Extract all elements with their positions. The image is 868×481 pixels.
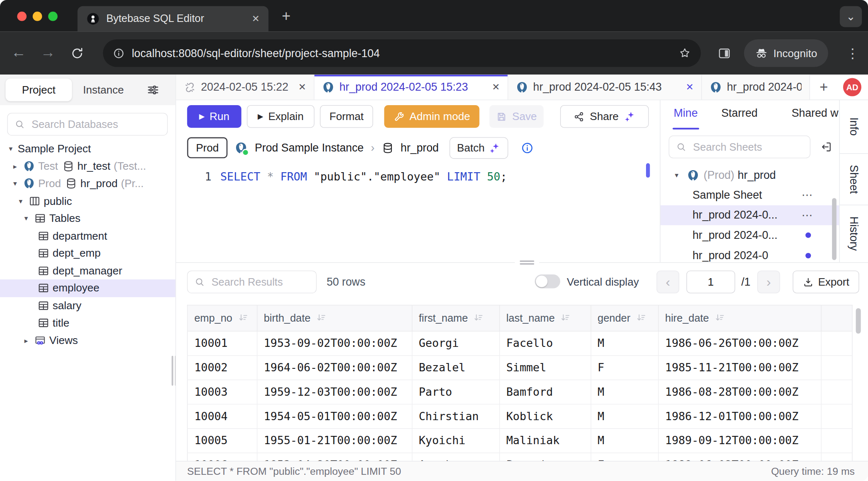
site-info-icon[interactable]	[113, 47, 125, 59]
collapse-icon[interactable]: ▾	[13, 179, 22, 188]
editor-scrollbar[interactable]	[646, 163, 650, 178]
pane-splitter-handle[interactable]	[515, 258, 539, 266]
expand-icon[interactable]: ▸	[24, 336, 33, 344]
table-row[interactable]: 100051955-01-21T00:00:00ZKyoichiMaliniak…	[188, 428, 852, 453]
new-sheet-button[interactable]: +	[810, 75, 838, 99]
sheet-list-item[interactable]: hr_prod 2024-0	[661, 245, 839, 262]
forward-button[interactable]: →	[41, 44, 55, 61]
format-button[interactable]: Format	[320, 105, 373, 128]
new-tab-button[interactable]: +	[277, 7, 295, 25]
tab-mine[interactable]: Mine	[674, 107, 698, 120]
vertical-display-toggle[interactable]	[535, 274, 560, 288]
sort-icon[interactable]	[714, 313, 725, 323]
sheet-list-item[interactable]: Sample Sheet⋯	[661, 185, 839, 205]
sheet-group-header[interactable]: ▾ (Prod) hr_prod	[661, 166, 839, 185]
user-avatar[interactable]: AD	[843, 78, 861, 96]
rail-tab-history[interactable]: History	[840, 205, 868, 262]
close-icon[interactable]: ✕	[298, 82, 306, 93]
ai-sparkles-icon[interactable]	[624, 111, 635, 122]
next-page-button[interactable]: ›	[757, 271, 780, 293]
sidebar-resize-handle[interactable]	[171, 356, 176, 386]
tree-item-schema-public[interactable]: ▾ public	[0, 192, 176, 210]
sql-editor[interactable]: 1 SELECT * FROM "public"."employee" LIMI…	[176, 163, 660, 262]
column-header-emp_no[interactable]: emp_no	[188, 305, 257, 331]
sheet-search-input[interactable]	[692, 140, 793, 154]
sheet-tab-2-active[interactable]: hr_prod 2024-02-05 15:23 ✕	[314, 75, 508, 99]
column-header-birth_date[interactable]: birth_date	[257, 305, 412, 331]
table-row[interactable]: 100061953-04-20T00:00:00ZAnnekePreusigF1…	[188, 452, 852, 461]
admin-mode-button[interactable]: Admin mode	[384, 105, 480, 128]
table-row[interactable]: 100011953-09-02T00:00:00ZGeorgiFacelloM1…	[188, 331, 852, 355]
tab-project[interactable]: Project	[5, 79, 72, 101]
close-icon[interactable]: ✕	[492, 82, 500, 93]
table-row[interactable]: 100041954-05-01T00:00:00ZChirstianKoblic…	[188, 404, 852, 428]
sort-icon[interactable]	[316, 313, 326, 323]
sql-line[interactable]: SELECT * FROM "public"."employee" LIMIT …	[220, 170, 507, 183]
collapse-icon[interactable]: ▾	[9, 144, 17, 153]
sheet-tab-4[interactable]: hr_prod 2024-0	[702, 75, 810, 99]
column-header-hire_date[interactable]: hire_date	[658, 305, 821, 331]
reload-button[interactable]	[70, 46, 84, 60]
column-header-first_name[interactable]: first_name	[412, 305, 499, 331]
collapse-icon[interactable]: ▾	[675, 171, 682, 179]
tab-instance[interactable]: Instance	[83, 75, 124, 105]
sheet-list-item[interactable]: hr_prod 2024-0...	[661, 225, 839, 245]
batch-button[interactable]: Batch	[449, 137, 509, 159]
sheet-tab-1[interactable]: 2024-02-05 15:22 ✕	[176, 75, 314, 99]
tab-close-icon[interactable]: ✕	[252, 13, 260, 24]
database-search[interactable]	[7, 113, 168, 136]
save-button[interactable]: Save	[489, 105, 544, 128]
tree-item-project[interactable]: ▾ Sample Project	[0, 140, 176, 157]
table-row[interactable]: 100021964-06-02T00:00:00ZBezalelSimmelF1…	[188, 355, 852, 380]
database-name[interactable]: hr_prod	[400, 142, 439, 154]
close-icon[interactable]: ✕	[686, 82, 694, 93]
window-close-button[interactable]	[17, 12, 27, 21]
collapse-icon[interactable]: ▾	[24, 214, 33, 223]
sheet-item-menu-icon[interactable]: ⋯	[802, 209, 813, 222]
collapse-icon[interactable]: ▾	[19, 197, 27, 205]
sort-icon[interactable]	[636, 313, 646, 323]
tree-item-views-group[interactable]: ▸ Views	[0, 332, 176, 349]
info-icon[interactable]	[521, 142, 534, 154]
tab-starred[interactable]: Starred	[721, 107, 758, 120]
browser-menu-icon[interactable]: ⋮	[846, 46, 859, 61]
expand-icon[interactable]: ▸	[13, 162, 22, 170]
results-scrollbar[interactable]	[856, 308, 861, 334]
tab-search-chevron[interactable]: ⌄	[840, 6, 862, 27]
sort-icon[interactable]	[473, 313, 484, 323]
column-header-gender[interactable]: gender	[591, 305, 658, 331]
results-search-input[interactable]	[210, 275, 302, 289]
sheet-tab-3[interactable]: hr_prod 2024-02-05 15:43 ✕	[508, 75, 702, 99]
tree-item-table-salary[interactable]: salary	[0, 297, 176, 314]
sort-icon[interactable]	[560, 313, 571, 323]
sort-icon[interactable]	[238, 313, 248, 323]
explain-button[interactable]: ▶ Explain	[247, 105, 314, 128]
tree-item-table-dept_manager[interactable]: dept_manager	[0, 262, 176, 279]
browser-tab[interactable]: Bytebase SQL Editor ✕	[77, 6, 268, 31]
tree-item-tables-group[interactable]: ▾ Tables	[0, 210, 176, 227]
page-input[interactable]	[687, 271, 735, 293]
back-button[interactable]: ←	[11, 44, 26, 61]
table-row[interactable]: 100031959-12-03T00:00:00ZPartoBamfordM19…	[188, 380, 852, 404]
rail-tab-info[interactable]: Info	[840, 100, 868, 154]
share-button[interactable]: Share	[560, 105, 649, 128]
column-header-last_name[interactable]: last_name	[499, 305, 591, 331]
url-text[interactable]: localhost:8080/sql-editor/sheet/project-…	[132, 47, 679, 60]
sheet-item-menu-icon[interactable]: ⋯	[802, 188, 813, 202]
tree-item-table-title[interactable]: title	[0, 314, 176, 332]
window-zoom-button[interactable]	[48, 12, 58, 21]
bookmark-star-icon[interactable]	[679, 47, 691, 59]
sheet-list-scrollbar[interactable]	[832, 198, 837, 260]
run-button[interactable]: ▶ Run	[187, 105, 241, 128]
database-search-input[interactable]	[31, 118, 145, 131]
rail-tab-sheet[interactable]: Sheet	[840, 154, 868, 205]
export-button[interactable]: Export	[793, 271, 859, 293]
prev-page-button[interactable]: ‹	[656, 271, 679, 293]
tree-item-table-dept_emp[interactable]: dept_emp	[0, 245, 176, 262]
tree-item-table-employee[interactable]: employee	[0, 279, 176, 297]
collapse-panel-icon[interactable]	[820, 141, 833, 154]
results-search[interactable]	[187, 271, 317, 293]
address-bar[interactable]: localhost:8080/sql-editor/sheet/project-…	[103, 39, 701, 67]
tree-item-test-db[interactable]: ▸ Test hr_test (Test...	[0, 157, 176, 175]
tree-item-prod-db[interactable]: ▾ Prod hr_prod (Pr...	[0, 175, 176, 192]
